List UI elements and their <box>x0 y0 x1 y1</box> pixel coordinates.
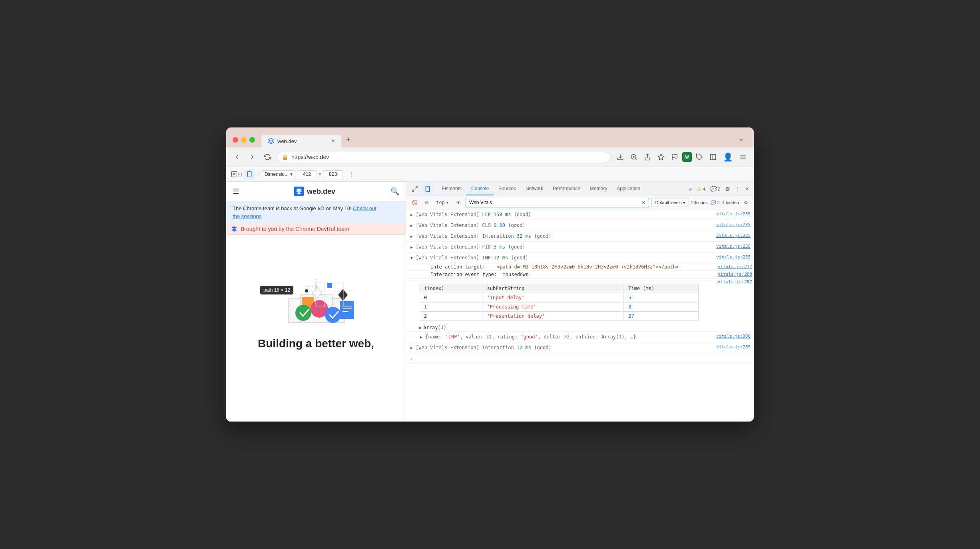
sidebar-button[interactable] <box>707 152 719 162</box>
devtools-close-button[interactable]: × <box>744 184 751 194</box>
lcp-source[interactable]: vitals.js:235 <box>716 211 751 218</box>
console-search-field[interactable]: × <box>466 198 649 207</box>
hamburger-icon[interactable]: ☰ <box>233 187 239 196</box>
devtools-more-button[interactable]: ⋮ <box>733 184 742 194</box>
extension-green-button[interactable]: W <box>682 152 692 162</box>
inp-event-source[interactable]: vitals.js:280 <box>718 272 752 277</box>
col-subpart: subPartString <box>482 284 623 293</box>
share-button[interactable] <box>641 152 653 162</box>
tab-elements[interactable]: Elements <box>437 183 466 195</box>
traffic-lights <box>233 137 255 147</box>
profile-button[interactable]: 👤 <box>721 151 735 163</box>
page-panel: path 18 × 12 ☰ web.dev 🔍 The Chrome tea <box>226 182 406 422</box>
height-input[interactable] <box>323 170 343 178</box>
devtools-bar-more-button[interactable]: ⋮ <box>346 169 357 180</box>
fid-source[interactable]: vitals.js:235 <box>716 243 751 250</box>
cell-index-1: 1 <box>419 302 482 312</box>
table-row-2: 2 'Presentation delay' 27 <box>419 312 699 321</box>
tab-more-button[interactable]: ⌄ <box>735 132 747 147</box>
bookmark-button[interactable] <box>655 152 667 162</box>
devtools-device-toggle[interactable] <box>422 183 433 195</box>
svg-point-28 <box>305 289 308 292</box>
search-icon[interactable]: 🔍 <box>390 187 399 196</box>
inp-source[interactable]: vitals.js:235 <box>716 254 751 261</box>
cell-index-2: 2 <box>419 312 482 321</box>
console-search-clear-button[interactable]: × <box>642 199 646 206</box>
width-input[interactable] <box>297 170 317 178</box>
interaction-toggle[interactable]: ▶ <box>409 233 414 239</box>
devtools-settings-button[interactable]: ⚙ <box>723 184 732 194</box>
new-tab-button[interactable]: + <box>343 133 354 147</box>
flag-button[interactable] <box>669 152 681 162</box>
console-search-input[interactable] <box>469 200 642 205</box>
extensions-button[interactable] <box>693 152 705 162</box>
console-context-select[interactable]: top ▾ <box>434 199 451 207</box>
default-levels-button[interactable]: Default levels ▾ <box>651 199 689 207</box>
devtools-tab-icons: » ⚠4 💬2 ⚙ ⋮ × <box>687 184 751 194</box>
forward-button[interactable] <box>246 152 258 162</box>
devtools-inspect-toggle[interactable] <box>409 183 420 195</box>
tab-memory[interactable]: Memory <box>585 183 612 195</box>
svg-rect-20 <box>327 283 332 288</box>
inspect-element-button[interactable]: ⊡ <box>231 169 242 180</box>
interaction2-toggle[interactable]: ▶ <box>409 345 414 351</box>
inp-target-source[interactable]: vitals.js:277 <box>718 264 752 269</box>
cell-sub-1: 'Processing time' <box>482 302 623 312</box>
zoom-button[interactable] <box>628 152 640 162</box>
announcement-link[interactable]: Check outthe sessions <box>233 205 376 219</box>
tab-sources[interactable]: Sources <box>494 183 521 195</box>
page-logo: web.dev <box>294 187 335 196</box>
svg-rect-8 <box>710 154 716 160</box>
download-button[interactable] <box>614 152 626 162</box>
minimize-traffic-light[interactable] <box>241 137 247 143</box>
reload-button[interactable] <box>261 152 273 162</box>
cls-toggle[interactable]: ▶ <box>409 223 414 229</box>
interaction-source[interactable]: vitals.js:235 <box>716 233 751 239</box>
hidden-count: 4 hidden <box>722 200 739 205</box>
back-button[interactable] <box>231 152 243 162</box>
title-bar: web.dev × + ⌄ <box>226 127 754 147</box>
tab-bar: web.dev × + ⌄ <box>261 132 747 147</box>
devtools-tabs: Elements Console Sources Network Perform… <box>406 182 754 196</box>
cls-content: [Web Vitals Extension] CLS 0.00 (good) <box>416 222 716 229</box>
cell-time-2: 27 <box>623 312 699 321</box>
object-toggle[interactable]: ▶ <box>419 334 424 340</box>
prompt-content[interactable] <box>416 355 751 362</box>
col-index: (index) <box>419 284 482 293</box>
fid-toggle[interactable]: ▶ <box>409 244 414 250</box>
lcp-toggle[interactable]: ▶ <box>409 212 414 218</box>
tab-network[interactable]: Network <box>521 183 548 195</box>
inp-extra-source[interactable]: vitals.js:287 <box>718 279 752 284</box>
tab-console[interactable]: Console <box>466 183 494 195</box>
nav-actions: W 👤 <box>614 151 749 163</box>
device-toggle-button[interactable] <box>244 169 255 180</box>
console-filter-button[interactable]: ⊘ <box>422 199 431 207</box>
inp-toggle[interactable]: ▼ <box>409 255 414 261</box>
issues-count: 2 Issues: 💬 2 <box>691 200 720 205</box>
active-tab[interactable]: web.dev × <box>261 135 341 147</box>
chat-badge-button[interactable]: 💬2 <box>709 184 722 194</box>
interaction2-source[interactable]: vitals.js:235 <box>716 344 751 351</box>
maximize-traffic-light[interactable] <box>249 137 255 143</box>
cls-source[interactable]: vitals.js:235 <box>716 222 751 229</box>
console-eye-button[interactable]: 👁 <box>454 199 463 207</box>
more-tabs-button[interactable]: » <box>687 184 694 194</box>
tab-close-button[interactable]: × <box>331 138 335 144</box>
object-line: ▶ {name: 'INP', value: 32, rating: 'good… <box>406 332 754 342</box>
tab-performance[interactable]: Performance <box>548 183 585 195</box>
console-clear-button[interactable]: 🚫 <box>409 199 420 207</box>
warning-badge-button[interactable]: ⚠4 <box>695 184 707 194</box>
console-gear-button[interactable]: ⚙ <box>741 199 751 207</box>
console-table-container: (index) subPartString Time (ms) 0 'Input… <box>406 280 754 324</box>
lock-icon: 🔒 <box>282 154 288 160</box>
object-source[interactable]: vitals.js:308 <box>716 333 751 340</box>
dimension-preset-select[interactable]: Dimensio... ▾ <box>262 170 295 178</box>
address-bar[interactable]: 🔒 https://web.dev <box>277 152 611 162</box>
cell-time-1: 0 <box>623 302 699 312</box>
close-traffic-light[interactable] <box>233 137 238 143</box>
tab-application[interactable]: Application <box>612 183 645 195</box>
chrome-menu-button[interactable] <box>737 152 749 162</box>
array-toggle[interactable]: ▶ <box>419 325 422 330</box>
svg-rect-14 <box>231 171 237 177</box>
svg-point-13 <box>233 173 235 175</box>
